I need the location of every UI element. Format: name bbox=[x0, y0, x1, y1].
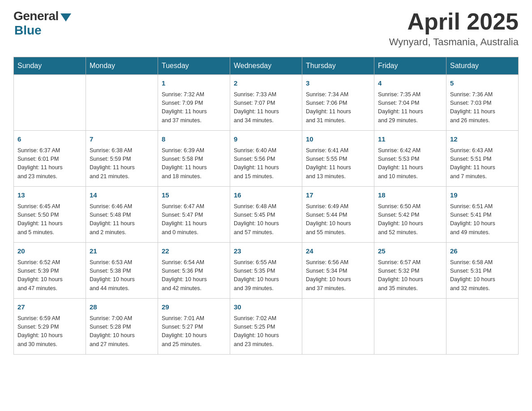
day-number: 20 bbox=[17, 246, 82, 257]
day-info: Sunrise: 6:38 AM Sunset: 5:59 PM Dayligh… bbox=[90, 146, 154, 181]
day-info: Sunrise: 7:33 AM Sunset: 7:07 PM Dayligh… bbox=[234, 90, 298, 125]
calendar-cell bbox=[14, 75, 86, 131]
day-number: 27 bbox=[17, 302, 82, 313]
day-info: Sunrise: 6:39 AM Sunset: 5:58 PM Dayligh… bbox=[162, 146, 226, 181]
day-info: Sunrise: 6:45 AM Sunset: 5:50 PM Dayligh… bbox=[17, 202, 82, 237]
day-info: Sunrise: 7:32 AM Sunset: 7:09 PM Dayligh… bbox=[162, 90, 226, 125]
calendar-cell: 17Sunrise: 6:49 AM Sunset: 5:44 PM Dayli… bbox=[302, 187, 374, 243]
calendar-cell: 30Sunrise: 7:02 AM Sunset: 5:25 PM Dayli… bbox=[230, 299, 302, 355]
calendar-cell: 4Sunrise: 7:35 AM Sunset: 7:04 PM Daylig… bbox=[374, 75, 446, 131]
day-info: Sunrise: 6:43 AM Sunset: 5:51 PM Dayligh… bbox=[450, 146, 515, 181]
day-number: 3 bbox=[306, 78, 370, 89]
calendar-cell: 24Sunrise: 6:56 AM Sunset: 5:34 PM Dayli… bbox=[302, 243, 374, 299]
day-number: 25 bbox=[378, 246, 442, 257]
calendar-cell: 25Sunrise: 6:57 AM Sunset: 5:32 PM Dayli… bbox=[374, 243, 446, 299]
calendar-cell: 9Sunrise: 6:40 AM Sunset: 5:56 PM Daylig… bbox=[230, 131, 302, 187]
day-info: Sunrise: 6:57 AM Sunset: 5:32 PM Dayligh… bbox=[378, 258, 442, 293]
calendar-cell: 8Sunrise: 6:39 AM Sunset: 5:58 PM Daylig… bbox=[158, 131, 230, 187]
day-number: 13 bbox=[17, 190, 82, 201]
calendar-week-row: 20Sunrise: 6:52 AM Sunset: 5:39 PM Dayli… bbox=[14, 243, 519, 299]
day-info: Sunrise: 6:37 AM Sunset: 6:01 PM Dayligh… bbox=[17, 146, 82, 181]
day-number: 6 bbox=[17, 134, 82, 145]
calendar-cell: 19Sunrise: 6:51 AM Sunset: 5:41 PM Dayli… bbox=[446, 187, 519, 243]
day-number: 24 bbox=[306, 246, 370, 257]
day-number: 28 bbox=[90, 302, 154, 313]
calendar-cell: 6Sunrise: 6:37 AM Sunset: 6:01 PM Daylig… bbox=[14, 131, 86, 187]
day-info: Sunrise: 6:49 AM Sunset: 5:44 PM Dayligh… bbox=[306, 202, 370, 237]
calendar-cell: 5Sunrise: 7:36 AM Sunset: 7:03 PM Daylig… bbox=[446, 75, 519, 131]
day-number: 14 bbox=[90, 190, 154, 201]
day-number: 5 bbox=[450, 78, 515, 89]
calendar-table: SundayMondayTuesdayWednesdayThursdayFrid… bbox=[13, 57, 519, 355]
day-number: 21 bbox=[90, 246, 154, 257]
day-info: Sunrise: 6:40 AM Sunset: 5:56 PM Dayligh… bbox=[234, 146, 298, 181]
day-number: 16 bbox=[234, 190, 298, 201]
day-info: Sunrise: 6:53 AM Sunset: 5:38 PM Dayligh… bbox=[90, 258, 154, 293]
day-info: Sunrise: 7:36 AM Sunset: 7:03 PM Dayligh… bbox=[450, 90, 515, 125]
calendar-cell: 20Sunrise: 6:52 AM Sunset: 5:39 PM Dayli… bbox=[14, 243, 86, 299]
calendar-cell: 10Sunrise: 6:41 AM Sunset: 5:55 PM Dayli… bbox=[302, 131, 374, 187]
day-number: 23 bbox=[234, 246, 298, 257]
day-number: 10 bbox=[306, 134, 370, 145]
calendar-cell: 7Sunrise: 6:38 AM Sunset: 5:59 PM Daylig… bbox=[86, 131, 158, 187]
day-number: 18 bbox=[378, 190, 442, 201]
day-header-wednesday: Wednesday bbox=[230, 57, 302, 75]
calendar-cell: 2Sunrise: 7:33 AM Sunset: 7:07 PM Daylig… bbox=[230, 75, 302, 131]
day-info: Sunrise: 6:47 AM Sunset: 5:47 PM Dayligh… bbox=[162, 202, 226, 237]
day-number: 26 bbox=[450, 246, 515, 257]
day-info: Sunrise: 6:42 AM Sunset: 5:53 PM Dayligh… bbox=[378, 146, 442, 181]
day-info: Sunrise: 7:01 AM Sunset: 5:27 PM Dayligh… bbox=[162, 314, 226, 349]
day-info: Sunrise: 6:41 AM Sunset: 5:55 PM Dayligh… bbox=[306, 146, 370, 181]
calendar-cell: 12Sunrise: 6:43 AM Sunset: 5:51 PM Dayli… bbox=[446, 131, 519, 187]
calendar-cell: 1Sunrise: 7:32 AM Sunset: 7:09 PM Daylig… bbox=[158, 75, 230, 131]
calendar-cell: 3Sunrise: 7:34 AM Sunset: 7:06 PM Daylig… bbox=[302, 75, 374, 131]
day-info: Sunrise: 6:55 AM Sunset: 5:35 PM Dayligh… bbox=[234, 258, 298, 293]
calendar-cell: 18Sunrise: 6:50 AM Sunset: 5:42 PM Dayli… bbox=[374, 187, 446, 243]
day-number: 11 bbox=[378, 134, 442, 145]
logo-blue-text: Blue bbox=[14, 23, 42, 38]
day-number: 12 bbox=[450, 134, 515, 145]
day-number: 22 bbox=[162, 246, 226, 257]
calendar-week-row: 27Sunrise: 6:59 AM Sunset: 5:29 PM Dayli… bbox=[14, 299, 519, 355]
day-info: Sunrise: 7:02 AM Sunset: 5:25 PM Dayligh… bbox=[234, 314, 298, 349]
calendar-cell: 23Sunrise: 6:55 AM Sunset: 5:35 PM Dayli… bbox=[230, 243, 302, 299]
day-info: Sunrise: 6:56 AM Sunset: 5:34 PM Dayligh… bbox=[306, 258, 370, 293]
calendar-cell bbox=[446, 299, 519, 355]
calendar-cell bbox=[374, 299, 446, 355]
day-number: 30 bbox=[234, 302, 298, 313]
day-info: Sunrise: 7:35 AM Sunset: 7:04 PM Dayligh… bbox=[378, 90, 442, 125]
calendar-cell: 28Sunrise: 7:00 AM Sunset: 5:28 PM Dayli… bbox=[86, 299, 158, 355]
calendar-cell: 26Sunrise: 6:58 AM Sunset: 5:31 PM Dayli… bbox=[446, 243, 519, 299]
calendar-cell: 27Sunrise: 6:59 AM Sunset: 5:29 PM Dayli… bbox=[14, 299, 86, 355]
day-header-sunday: Sunday bbox=[14, 57, 86, 75]
calendar-cell: 16Sunrise: 6:48 AM Sunset: 5:45 PM Dayli… bbox=[230, 187, 302, 243]
month-year-title: April 2025 bbox=[389, 9, 519, 34]
title-section: April 2025 Wynyard, Tasmania, Australia bbox=[389, 9, 519, 48]
calendar-cell: 14Sunrise: 6:46 AM Sunset: 5:48 PM Dayli… bbox=[86, 187, 158, 243]
calendar-cell: 22Sunrise: 6:54 AM Sunset: 5:36 PM Dayli… bbox=[158, 243, 230, 299]
day-header-friday: Friday bbox=[374, 57, 446, 75]
day-info: Sunrise: 6:58 AM Sunset: 5:31 PM Dayligh… bbox=[450, 258, 515, 293]
calendar-cell bbox=[86, 75, 158, 131]
calendar-header-row: SundayMondayTuesdayWednesdayThursdayFrid… bbox=[14, 57, 519, 75]
day-header-thursday: Thursday bbox=[302, 57, 374, 75]
calendar-cell: 13Sunrise: 6:45 AM Sunset: 5:50 PM Dayli… bbox=[14, 187, 86, 243]
day-info: Sunrise: 6:54 AM Sunset: 5:36 PM Dayligh… bbox=[162, 258, 226, 293]
day-number: 2 bbox=[234, 78, 298, 89]
day-number: 4 bbox=[378, 78, 442, 89]
day-info: Sunrise: 6:46 AM Sunset: 5:48 PM Dayligh… bbox=[90, 202, 154, 237]
location-subtitle: Wynyard, Tasmania, Australia bbox=[389, 36, 519, 48]
day-number: 9 bbox=[234, 134, 298, 145]
day-header-tuesday: Tuesday bbox=[158, 57, 230, 75]
day-info: Sunrise: 7:00 AM Sunset: 5:28 PM Dayligh… bbox=[90, 314, 154, 349]
calendar-week-row: 1Sunrise: 7:32 AM Sunset: 7:09 PM Daylig… bbox=[14, 75, 519, 131]
day-header-saturday: Saturday bbox=[446, 57, 519, 75]
calendar-cell: 11Sunrise: 6:42 AM Sunset: 5:53 PM Dayli… bbox=[374, 131, 446, 187]
calendar-week-row: 13Sunrise: 6:45 AM Sunset: 5:50 PM Dayli… bbox=[14, 187, 519, 243]
day-info: Sunrise: 6:59 AM Sunset: 5:29 PM Dayligh… bbox=[17, 314, 82, 349]
day-number: 17 bbox=[306, 190, 370, 201]
calendar-cell bbox=[302, 299, 374, 355]
calendar-cell: 15Sunrise: 6:47 AM Sunset: 5:47 PM Dayli… bbox=[158, 187, 230, 243]
day-number: 7 bbox=[90, 134, 154, 145]
calendar-cell: 29Sunrise: 7:01 AM Sunset: 5:27 PM Dayli… bbox=[158, 299, 230, 355]
